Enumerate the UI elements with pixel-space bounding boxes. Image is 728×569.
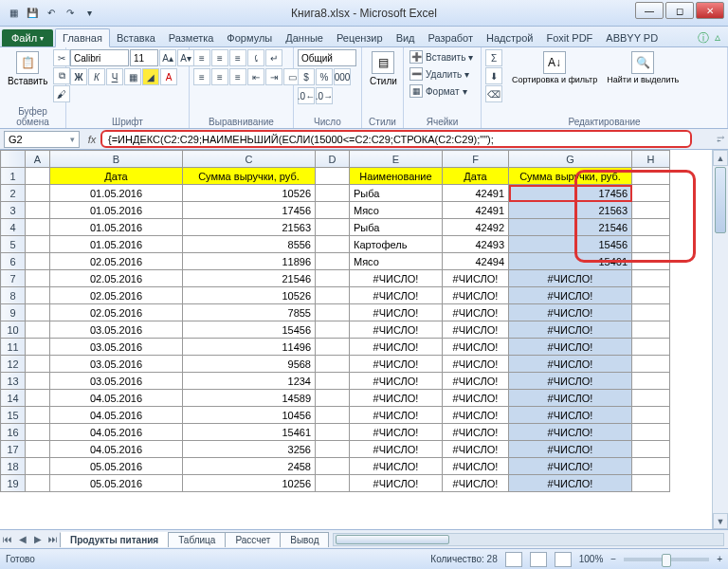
cell[interactable]: 21563 (509, 202, 632, 219)
cell[interactable] (26, 168, 50, 185)
cell[interactable]: #ЧИСЛО! (350, 407, 443, 424)
row-header[interactable]: 5 (1, 236, 26, 253)
cell[interactable] (26, 424, 50, 441)
cell[interactable] (316, 356, 350, 373)
cell[interactable]: #ЧИСЛО! (443, 356, 509, 373)
cell[interactable] (26, 253, 50, 270)
row-header[interactable]: 4 (1, 219, 26, 236)
currency-icon[interactable]: $ (298, 68, 315, 85)
cell[interactable]: #ЧИСЛО! (509, 424, 632, 441)
font-size-combo[interactable]: 11 (130, 49, 158, 66)
vertical-scrollbar[interactable]: ▲ ▼ (712, 150, 728, 529)
cell[interactable] (316, 168, 350, 185)
qat-dropdown-icon[interactable]: ▾ (82, 6, 97, 21)
cell[interactable]: #ЧИСЛО! (443, 339, 509, 356)
cell[interactable]: #ЧИСЛО! (509, 321, 632, 339)
ribbon-tab-6[interactable]: Вид (390, 29, 422, 46)
cell[interactable]: 15461 (183, 424, 316, 441)
cell[interactable]: 03.05.2016 (50, 339, 183, 356)
clear-icon[interactable]: ⌫ (485, 85, 502, 102)
cell[interactable] (632, 321, 670, 339)
ribbon-tab-1[interactable]: Вставка (110, 29, 162, 46)
cell[interactable]: 02.05.2016 (50, 304, 183, 321)
name-box[interactable]: G2 (4, 131, 80, 148)
cell[interactable]: #ЧИСЛО! (350, 373, 443, 390)
cell[interactable] (316, 390, 350, 407)
row-header[interactable]: 13 (1, 373, 26, 390)
cell[interactable]: 2458 (183, 458, 316, 475)
cell[interactable]: 05.05.2016 (50, 475, 183, 492)
minimize-button[interactable]: — (635, 2, 664, 19)
cell[interactable]: Дата (443, 168, 509, 185)
ribbon-tab-10[interactable]: ABBYY PD (599, 29, 664, 46)
cell[interactable]: #ЧИСЛО! (443, 270, 509, 287)
horizontal-scrollbar[interactable] (333, 533, 724, 546)
col-header[interactable]: D (316, 151, 350, 168)
ribbon-tab-2[interactable]: Разметка (162, 29, 221, 46)
ribbon-tab-7[interactable]: Разработ (422, 29, 480, 46)
cell[interactable]: #ЧИСЛО! (509, 270, 632, 287)
cell[interactable]: 03.05.2016 (50, 356, 183, 373)
cell[interactable]: Рыба (350, 185, 443, 202)
cell[interactable]: 8556 (183, 236, 316, 253)
cell[interactable]: 21563 (183, 219, 316, 236)
cell[interactable]: 10526 (183, 287, 316, 304)
cell[interactable]: #ЧИСЛО! (509, 304, 632, 321)
cell[interactable]: 15456 (509, 236, 632, 253)
cell[interactable]: #ЧИСЛО! (350, 321, 443, 339)
cell[interactable]: 02.05.2016 (50, 270, 183, 287)
cell[interactable] (632, 441, 670, 458)
zoom-level[interactable]: 100% (579, 554, 604, 564)
cell[interactable] (26, 321, 50, 339)
font-name-combo[interactable]: Calibri (70, 49, 129, 66)
cell[interactable]: 01.05.2016 (50, 236, 183, 253)
cell[interactable]: 21546 (509, 219, 632, 236)
help-icon[interactable]: ⓘ (698, 30, 709, 46)
align-top-icon[interactable]: ≡ (193, 49, 210, 66)
cell[interactable] (26, 475, 50, 492)
number-format-combo[interactable]: Общий (298, 49, 356, 66)
cell[interactable]: Сумма выручки, руб. (509, 168, 632, 185)
sheet-tab[interactable]: Рассчет (225, 532, 281, 547)
row-header[interactable]: 19 (1, 475, 26, 492)
cell[interactable]: 04.05.2016 (50, 390, 183, 407)
col-header[interactable]: G (509, 151, 632, 168)
cell[interactable] (632, 304, 670, 321)
cell[interactable]: 01.05.2016 (50, 202, 183, 219)
row-header[interactable]: 11 (1, 339, 26, 356)
sheet-nav-next-icon[interactable]: ▶ (30, 534, 46, 544)
cell[interactable]: #ЧИСЛО! (509, 356, 632, 373)
ribbon-tab-3[interactable]: Формулы (220, 29, 279, 46)
cell[interactable] (632, 407, 670, 424)
row-header[interactable]: 8 (1, 287, 26, 304)
percent-icon[interactable]: % (316, 68, 333, 85)
sheet-nav-last-icon[interactable]: ⏭ (46, 534, 61, 544)
cell[interactable] (632, 219, 670, 236)
file-tab[interactable]: Файл▾ (2, 29, 53, 46)
cell[interactable]: #ЧИСЛО! (350, 424, 443, 441)
cell[interactable]: 11496 (183, 339, 316, 356)
col-header[interactable]: A (26, 151, 50, 168)
cell[interactable] (632, 287, 670, 304)
cell[interactable] (632, 458, 670, 475)
cell[interactable]: #ЧИСЛО! (350, 475, 443, 492)
ribbon-tab-0[interactable]: Главная (55, 28, 110, 47)
cell[interactable]: Картофель (350, 236, 443, 253)
cell[interactable] (26, 219, 50, 236)
formula-input[interactable]: {=ИНДЕКС(C2:C29;НАИМЕНЬШИЙ(ЕСЛИ(15000<=C… (100, 130, 692, 148)
select-all[interactable] (1, 151, 26, 168)
cell[interactable] (632, 253, 670, 270)
cell[interactable]: 42492 (443, 219, 509, 236)
dec-decimal-icon[interactable]: .0→ (316, 87, 333, 104)
cell[interactable]: 02.05.2016 (50, 287, 183, 304)
col-header[interactable]: E (350, 151, 443, 168)
col-header[interactable]: B (50, 151, 183, 168)
ribbon-tab-9[interactable]: Foxit PDF (539, 29, 599, 46)
bold-button[interactable]: Ж (70, 68, 87, 85)
sort-filter-button[interactable]: A↓ Сортировка и фильтр (508, 49, 601, 86)
col-header[interactable]: C (183, 151, 316, 168)
cell[interactable]: 42491 (443, 202, 509, 219)
fill-icon[interactable]: ⬇ (485, 67, 502, 84)
paste-button[interactable]: 📋 Вставить (4, 49, 51, 88)
cell[interactable] (316, 219, 350, 236)
